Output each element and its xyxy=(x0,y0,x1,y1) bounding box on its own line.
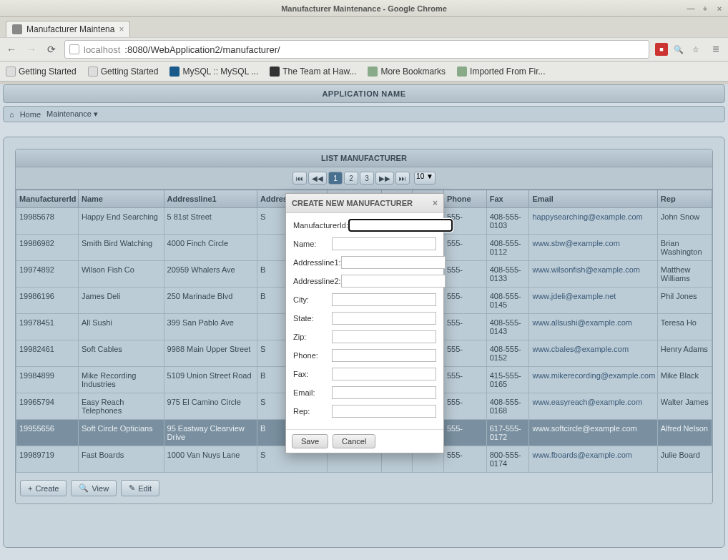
bookmark-label: More Bookmarks xyxy=(380,67,446,77)
cell: Smith Bird Watching xyxy=(78,235,164,261)
form-input[interactable] xyxy=(332,368,436,380)
form-input[interactable] xyxy=(332,405,436,418)
url-field[interactable]: localhost:8080/WebApplication2/manufactu… xyxy=(64,40,649,59)
save-button[interactable]: Save xyxy=(292,434,328,448)
cell: Matthew Williams xyxy=(657,261,712,288)
email-link[interactable]: www.cbales@example.com xyxy=(532,345,629,353)
table-actions: + Create 🔍 View ✎ Edit xyxy=(16,473,712,503)
cell: 617-555-0172 xyxy=(486,420,529,446)
cell: 975 El Camino Circle xyxy=(164,393,257,420)
email-link[interactable]: www.softcircle@example.com xyxy=(532,424,636,433)
col-phone[interactable]: Phone xyxy=(443,190,486,208)
dialog-body: ManufacturerId:Name:Addressline1:Address… xyxy=(286,213,443,429)
cell: 408-555-0143 xyxy=(486,314,529,340)
window-minimize-button[interactable]: — xyxy=(685,3,697,14)
email-link[interactable]: www.easyreach@example.com xyxy=(532,398,642,406)
bookmark-imported[interactable]: Imported From Fir... xyxy=(457,67,545,77)
cell: 250 Marinade Blvd xyxy=(164,288,257,314)
form-input[interactable] xyxy=(332,237,436,250)
cell: 399 San Pablo Ave xyxy=(164,314,257,340)
cell: www.jdeli@example.net xyxy=(529,288,657,314)
form-input[interactable] xyxy=(332,293,436,306)
paginator: ⏮ ◀◀ 1 2 3 ▶▶ ⏭ 10 ▼ xyxy=(16,167,712,190)
breadcrumb-maintenance[interactable]: Maintenance ▾ xyxy=(46,109,98,119)
dialog-footer: Save Cancel xyxy=(286,429,443,453)
form-row: ManufacturerId: xyxy=(293,219,436,232)
form-input[interactable] xyxy=(348,219,453,232)
form-input[interactable] xyxy=(332,312,436,325)
col-addressline1[interactable]: Addressline1 xyxy=(164,190,257,208)
email-link[interactable]: www.fboards@example.com xyxy=(532,451,632,459)
col-fax[interactable]: Fax xyxy=(486,190,529,208)
form-input[interactable] xyxy=(332,330,436,343)
cell: www.easyreach@example.com xyxy=(529,393,657,420)
paginator-last-button[interactable]: ⏭ xyxy=(395,172,410,185)
reload-button[interactable]: ⟳ xyxy=(44,42,59,57)
forward-button[interactable]: → xyxy=(24,42,39,57)
tab-close-icon[interactable]: × xyxy=(119,24,124,34)
cell: www.allsushi@example.com xyxy=(529,314,657,340)
cell: Phil Jones xyxy=(657,288,712,314)
window-maximize-button[interactable]: + xyxy=(699,3,711,14)
chrome-menu-button[interactable]: ≡ xyxy=(708,41,724,57)
col-id[interactable]: ManufacturerId xyxy=(16,190,79,208)
paginator-prev-button[interactable]: ◀◀ xyxy=(308,172,327,185)
cell: 408-555-0133 xyxy=(486,261,529,288)
paginator-next-button[interactable]: ▶▶ xyxy=(375,172,394,185)
dialog-close-icon[interactable]: × xyxy=(433,198,438,208)
dialog-header[interactable]: CREATE NEW MANUFACTURER × xyxy=(286,194,443,213)
form-input[interactable] xyxy=(332,386,436,399)
bookmark-mysql[interactable]: MySQL :: MySQL ... xyxy=(169,67,258,77)
form-input[interactable] xyxy=(341,275,446,288)
form-input[interactable] xyxy=(332,349,436,362)
bookmark-more[interactable]: More Bookmarks xyxy=(368,67,446,77)
col-email[interactable]: Email xyxy=(529,190,657,208)
bookmark-star-icon[interactable]: ☆ xyxy=(689,43,702,56)
email-link[interactable]: www.jdeli@example.net xyxy=(532,292,616,300)
cell: 1000 Van Nuys Lane xyxy=(164,446,257,473)
cell: James Deli xyxy=(78,288,164,314)
bookmark-getting-started-2[interactable]: Getting Started xyxy=(88,67,159,77)
paginator-page-2[interactable]: 2 xyxy=(344,172,358,185)
email-link[interactable]: www.sbw@example.com xyxy=(532,239,619,247)
window-close-button[interactable]: × xyxy=(714,3,725,14)
zoom-icon[interactable]: 🔍 xyxy=(672,43,685,56)
form-label: Addressline1: xyxy=(293,258,341,267)
lastpass-icon[interactable]: ■ xyxy=(655,43,668,56)
form-row: Email: xyxy=(293,386,436,399)
create-button[interactable]: + Create xyxy=(20,480,67,496)
cancel-button[interactable]: Cancel xyxy=(333,434,375,448)
form-label: State: xyxy=(293,314,332,323)
form-label: Fax: xyxy=(293,370,332,378)
cell: 19955656 xyxy=(16,420,79,446)
browser-tab[interactable]: Manufacturer Maintena × xyxy=(6,21,130,37)
cell: 19974892 xyxy=(16,261,79,288)
email-link[interactable]: www.wilsonfish@example.com xyxy=(532,265,640,274)
email-link[interactable]: happysearching@example.com xyxy=(532,212,642,221)
col-rep[interactable]: Rep xyxy=(657,190,712,208)
cell: 555- xyxy=(443,446,486,473)
paginator-page-1[interactable]: 1 xyxy=(328,172,343,185)
cell: 19989719 xyxy=(16,446,79,473)
form-input[interactable] xyxy=(341,256,446,269)
paginator-first-button[interactable]: ⏮ xyxy=(292,172,307,185)
paginator-page-3[interactable]: 3 xyxy=(360,172,374,185)
back-button[interactable]: ← xyxy=(4,42,19,57)
bookmark-getting-started-1[interactable]: Getting Started xyxy=(6,67,77,77)
app-header: APPLICATION NAME xyxy=(3,84,725,103)
cell: 408-555-0103 xyxy=(486,208,529,235)
view-button[interactable]: 🔍 View xyxy=(71,480,117,496)
cell: 555- xyxy=(443,367,486,393)
breadcrumb-home[interactable]: Home xyxy=(20,110,41,119)
form-row: State: xyxy=(293,312,436,325)
home-icon[interactable]: ⌂ xyxy=(9,110,14,119)
email-link[interactable]: www.allsushi@example.com xyxy=(532,318,632,327)
bookmark-team[interactable]: The Team at Haw... xyxy=(270,67,356,77)
edit-button[interactable]: ✎ Edit xyxy=(121,480,159,496)
paginator-page-size[interactable]: 10 ▼ xyxy=(414,172,436,185)
col-name[interactable]: Name xyxy=(78,190,164,208)
form-row: Addressline2: xyxy=(293,275,436,288)
email-link[interactable]: www.mikerecording@example.com xyxy=(532,371,655,380)
cell: All Sushi xyxy=(78,314,164,340)
dialog-title: CREATE NEW MANUFACTURER xyxy=(292,199,413,207)
